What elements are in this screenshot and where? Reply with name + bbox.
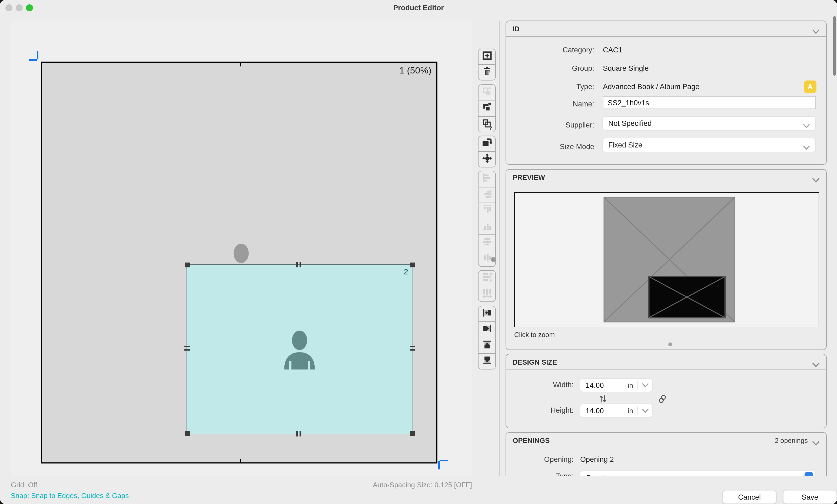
width-value: 14.00 <box>580 381 628 389</box>
push-top-icon <box>481 339 492 352</box>
page-center-tick <box>240 63 241 67</box>
push-top-button[interactable] <box>479 338 495 354</box>
preview-page-dot[interactable] <box>668 342 672 346</box>
section-title: DESIGN SIZE <box>513 358 557 366</box>
preview-image[interactable] <box>514 192 819 328</box>
move-button[interactable] <box>479 152 495 167</box>
auto-spacing-status: Auto-Spacing Size: 0.125 [OFF] <box>11 481 472 489</box>
click-to-zoom-hint[interactable]: Click to zoom <box>514 331 555 339</box>
height-value: 14.00 <box>580 407 628 415</box>
resize-handle-s[interactable] <box>296 431 298 436</box>
align-top-button[interactable] <box>479 203 495 219</box>
chevron-down-icon[interactable] <box>812 438 820 448</box>
chevron-down-icon[interactable] <box>812 360 820 370</box>
page-number-label: 1 (50%) <box>399 66 431 76</box>
preview-thumbnail <box>515 193 818 326</box>
chevron-down-icon[interactable] <box>638 408 652 413</box>
chevron-down-icon[interactable] <box>812 26 820 36</box>
move-icon <box>481 152 493 166</box>
cancel-button[interactable]: Cancel <box>723 490 777 504</box>
distribute-vertical-button[interactable] <box>479 270 495 286</box>
supplier-dropdown[interactable]: Not Specified <box>603 117 815 130</box>
snap-status[interactable]: Snap: Snap to Edges, Guides & Gaps <box>11 491 129 500</box>
distribute-group <box>478 270 496 302</box>
group-label: Group: <box>506 64 594 72</box>
align-right-button[interactable] <box>479 187 495 203</box>
rotate-button[interactable] <box>479 136 495 152</box>
resize-handle-sw[interactable] <box>185 431 190 436</box>
panel-scrollbar[interactable] <box>833 16 836 76</box>
width-unit: in <box>628 381 638 389</box>
opening-type-dropdown[interactable]: Opening <box>580 471 815 476</box>
link-dimensions-icon[interactable] <box>658 394 667 406</box>
openings-count: 2 openings <box>775 437 808 445</box>
resize-handle-e[interactable] <box>410 346 415 347</box>
paste-multi-button[interactable]: 3 <box>479 85 495 101</box>
height-unit: in <box>628 407 638 415</box>
preview-section-header[interactable]: PREVIEW <box>506 170 826 185</box>
height-input[interactable]: 14.00 in <box>580 404 652 417</box>
product-editor-window: Product Editor <box>0 0 837 504</box>
id-section-header[interactable]: ID <box>506 21 826 37</box>
paste-unknown-badge: ? <box>489 126 492 131</box>
title-bar: Product Editor <box>0 0 837 16</box>
stepper-buttons[interactable] <box>804 472 813 476</box>
panel-divider-handle[interactable] <box>491 257 496 262</box>
guide-corner-bottom-right-icon <box>440 460 448 461</box>
category-label: Category: <box>506 46 594 54</box>
section-title: PREVIEW <box>513 173 545 182</box>
push-right-icon <box>481 323 492 336</box>
resize-handle-ne[interactable] <box>410 263 415 267</box>
guide-corner-top-left-icon <box>29 59 37 61</box>
trash-icon <box>481 66 492 79</box>
resize-handle-n[interactable] <box>300 262 301 267</box>
name-input[interactable] <box>603 96 816 109</box>
align-top-icon <box>481 204 492 218</box>
paste-unknown-button[interactable]: ? <box>479 116 495 132</box>
center-horizontal-button[interactable] <box>479 235 495 251</box>
push-bottom-button[interactable] <box>479 354 495 369</box>
center-horizontal-icon <box>481 236 492 249</box>
design-size-section-header[interactable]: DESIGN SIZE <box>506 354 826 370</box>
opening-type-label: Type: <box>506 472 574 476</box>
resize-handle-s[interactable] <box>300 431 301 436</box>
opening-value: Opening 2 <box>580 455 614 464</box>
type-label: Type: <box>506 83 594 91</box>
chevron-down-icon[interactable] <box>638 383 652 387</box>
section-title: OPENINGS <box>513 436 550 445</box>
id-section: ID Category: CAC1 Group: Square Single T… <box>505 20 827 165</box>
resize-handle-n[interactable] <box>296 262 298 267</box>
openings-section-header[interactable]: OPENINGS 2 openings <box>506 433 826 448</box>
push-bottom-icon <box>481 355 492 368</box>
add-delete-group <box>478 49 496 80</box>
chevron-down-icon <box>803 143 810 151</box>
align-group <box>478 171 496 267</box>
push-right-button[interactable] <box>479 322 495 338</box>
type-a-badge: A <box>804 80 817 93</box>
align-right-icon <box>481 188 492 202</box>
distribute-horizontal-button[interactable] <box>479 286 495 301</box>
opening-type-value: Opening <box>586 473 613 476</box>
chevron-down-icon <box>803 121 810 129</box>
resize-handle-se[interactable] <box>410 431 415 436</box>
section-title: ID <box>513 25 520 33</box>
guide-corner-top-left-icon <box>36 51 38 59</box>
copy-multi-button[interactable]: 3 <box>479 101 495 117</box>
align-bottom-button[interactable] <box>479 219 495 235</box>
push-left-button[interactable] <box>479 306 495 322</box>
resize-handle-nw[interactable] <box>185 263 190 267</box>
resize-handle-w[interactable] <box>184 346 190 347</box>
align-left-button[interactable] <box>479 171 495 187</box>
opening-2-selected[interactable]: 2 <box>186 264 413 434</box>
resize-handle-e[interactable] <box>410 349 415 351</box>
width-input[interactable]: 14.00 in <box>580 379 652 392</box>
save-button[interactable]: Save <box>783 490 837 504</box>
delete-opening-button[interactable] <box>479 65 495 80</box>
size-mode-dropdown[interactable]: Fixed Size <box>603 138 815 152</box>
center-vertical-icon <box>481 252 492 265</box>
placed-photo-ellipse[interactable] <box>234 244 249 263</box>
chevron-down-icon[interactable] <box>812 175 820 185</box>
resize-handle-w[interactable] <box>184 349 190 351</box>
properties-panel: ID Category: CAC1 Group: Square Single T… <box>505 20 827 476</box>
add-opening-button[interactable] <box>479 49 495 65</box>
